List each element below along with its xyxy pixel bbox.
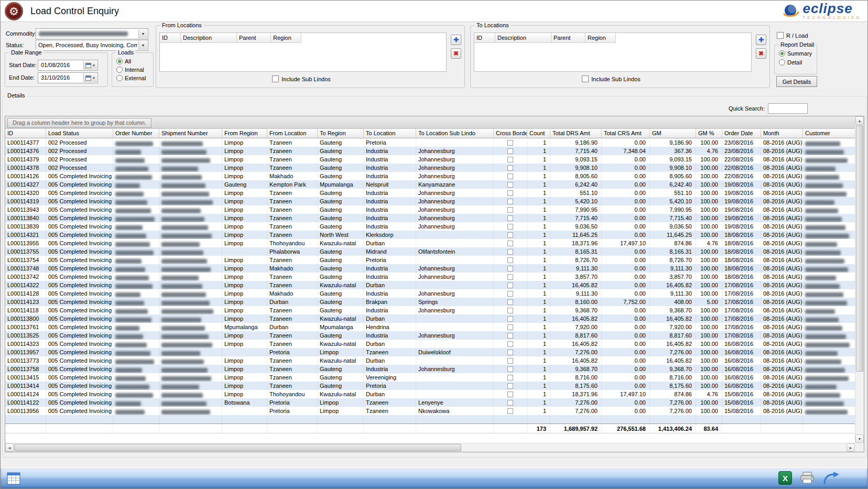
column-header-to-region[interactable]: To Region <box>318 129 364 138</box>
horizontal-scroll-thumb[interactable] <box>14 444 461 451</box>
loads-internal-radio[interactable]: Internal <box>116 67 144 73</box>
column-header-cross-border[interactable]: Cross Border <box>494 129 527 138</box>
column-header-from-region[interactable]: From Region <box>222 129 267 138</box>
column-header-gm[interactable]: GM % <box>696 129 722 138</box>
table-row-L000114124[interactable]: L000114124005 Completed InvoicingLimpopT… <box>5 390 855 398</box>
remove-to-location-button[interactable]: ✖ <box>756 48 766 59</box>
table-row-L000114327[interactable]: L000114327005 Completed InvoicingGauteng… <box>5 180 855 189</box>
cross-border-checkbox[interactable] <box>507 224 513 230</box>
forward-arrow-icon[interactable] <box>822 471 840 485</box>
table-row-L000114377[interactable]: L000114377002 ProcessedLimpopTzaneenGaut… <box>5 138 855 147</box>
cross-border-checkbox[interactable] <box>507 173 513 179</box>
table-row-L000113761[interactable]: L000113761005 Completed InvoicingMpumala… <box>5 323 855 331</box>
excel-export-icon[interactable]: X <box>778 471 792 485</box>
table-row-L000113957[interactable]: L000113957005 Completed InvoicingPretori… <box>5 348 855 356</box>
column-header-to-location-sub-lindo[interactable]: To Location Sub Lindo <box>416 129 494 138</box>
table-row-L000113943[interactable]: L000113943005 Completed InvoicingLimpopT… <box>5 205 855 214</box>
scroll-left-arrow[interactable]: ◄ <box>5 443 14 452</box>
table-row-L000114126[interactable]: L000114126005 Completed InvoicingLimpopM… <box>5 172 855 180</box>
column-header-id[interactable]: ID <box>160 33 181 43</box>
quick-search-input[interactable] <box>768 103 808 114</box>
cross-border-checkbox[interactable] <box>507 291 513 297</box>
column-header-order-date[interactable]: Order Date <box>722 129 761 138</box>
cross-border-checkbox[interactable] <box>507 199 513 204</box>
table-row-L000114118[interactable]: L000114118005 Completed InvoicingLimpopT… <box>5 306 855 314</box>
cross-border-checkbox[interactable] <box>507 282 513 288</box>
column-header-id[interactable]: ID <box>5 129 46 138</box>
table-row-L000114321[interactable]: L000114321005 Completed InvoicingLimpopT… <box>5 231 855 239</box>
end-date-input[interactable]: 31/10/2016 ▼ <box>38 72 98 83</box>
include-sub-lindos-checkbox[interactable]: Include Sub Lindos <box>272 75 331 82</box>
column-header-region[interactable]: Region <box>271 33 301 43</box>
table-row-L000114320[interactable]: L000114320005 Completed InvoicingLimpopT… <box>5 189 855 197</box>
cross-border-checkbox[interactable] <box>507 383 513 389</box>
column-header-region[interactable]: Region <box>585 33 616 43</box>
add-to-location-button[interactable]: ✚ <box>756 35 766 45</box>
summary-radio[interactable]: Summary <box>779 50 812 57</box>
table-row-L000113742[interactable]: L000113742005 Completed InvoicingLimpopT… <box>5 273 855 281</box>
table-row-L000114322[interactable]: L000114322005 Completed InvoicingLimpopT… <box>5 281 855 289</box>
loads-all-radio[interactable]: All <box>116 58 131 64</box>
chevron-down-icon[interactable]: ▼ <box>138 41 147 50</box>
include-sub-lindos-checkbox[interactable]: Include Sub Lindos <box>582 75 641 82</box>
column-header-total-drs-amt[interactable]: Total DRS Amt <box>550 129 602 138</box>
column-header-load-status[interactable]: Load Status <box>46 129 113 138</box>
cross-border-checkbox[interactable] <box>507 157 513 162</box>
horizontal-scrollbar[interactable]: ◄ ► <box>5 443 855 452</box>
column-header-month[interactable]: Month <box>761 129 803 138</box>
column-header-order-number[interactable]: Order Number <box>113 129 159 138</box>
table-row-L000114123[interactable]: L000114123005 Completed InvoicingLimpopD… <box>5 298 855 306</box>
form-grid-icon[interactable] <box>7 472 20 486</box>
cross-border-checkbox[interactable] <box>507 232 513 238</box>
cross-border-checkbox[interactable] <box>507 366 513 372</box>
table-row-L000114323[interactable]: L000114323005 Completed InvoicingLimpopT… <box>5 340 855 348</box>
cross-border-checkbox[interactable] <box>507 182 513 188</box>
cross-border-checkbox[interactable] <box>507 140 513 146</box>
cross-border-checkbox[interactable] <box>507 324 513 330</box>
cross-border-checkbox[interactable] <box>507 341 513 347</box>
table-row-L000113414[interactable]: L000113414005 Completed InvoicingLimpopT… <box>5 382 855 390</box>
column-header-parent[interactable]: Parent <box>551 33 585 43</box>
cross-border-checkbox[interactable] <box>507 316 513 322</box>
table-row-L000114378[interactable]: L000114378002 ProcessedLimpopTzaneenGaut… <box>5 164 855 172</box>
start-date-input[interactable]: 01/08/2016 ▼ <box>38 60 98 71</box>
cross-border-checkbox[interactable] <box>507 148 513 154</box>
scroll-up-arrow[interactable]: ▲ <box>855 116 864 125</box>
remove-from-location-button[interactable]: ✖ <box>451 48 461 59</box>
table-row-L000113839[interactable]: L000113839005 Completed InvoicingLimpopT… <box>5 222 855 231</box>
column-header-gm[interactable]: GM <box>650 129 696 138</box>
scroll-down-arrow[interactable]: ▼ <box>855 434 864 443</box>
cross-border-checkbox[interactable] <box>507 375 513 381</box>
column-header-id[interactable]: ID <box>474 33 495 43</box>
column-header-description[interactable]: Description <box>495 33 551 43</box>
cross-border-checkbox[interactable] <box>507 241 513 246</box>
group-by-bar[interactable]: Drag a column header here to group by th… <box>5 116 855 129</box>
column-header-parent[interactable]: Parent <box>237 33 271 43</box>
cross-border-checkbox[interactable] <box>507 215 513 221</box>
column-header-customer[interactable]: Customer <box>803 129 855 138</box>
vertical-scrollbar[interactable]: ▲ ▼ <box>855 116 864 443</box>
table-row-L000113415[interactable]: L000113415005 Completed InvoicingLimpopT… <box>5 373 855 382</box>
chevron-down-icon[interactable]: ▼ <box>138 29 147 38</box>
cross-border-checkbox[interactable] <box>507 274 513 280</box>
cross-border-checkbox[interactable] <box>507 207 513 213</box>
column-header-shipment-number[interactable]: Shipment Number <box>159 129 222 138</box>
cross-border-checkbox[interactable] <box>507 299 513 305</box>
date-picker-button[interactable]: ▼ <box>83 61 97 70</box>
cross-border-checkbox[interactable] <box>507 308 513 313</box>
cross-border-checkbox[interactable] <box>507 333 513 339</box>
table-row-L000114376[interactable]: L000114376002 ProcessedLimpopTzaneenGaut… <box>5 147 855 155</box>
table-row-L000113525[interactable]: L000113525005 Completed InvoicingLimpopT… <box>5 331 855 340</box>
cross-border-checkbox[interactable] <box>507 392 513 397</box>
from-locations-grid[interactable]: ID Description Parent Region <box>159 32 447 72</box>
cross-border-checkbox[interactable] <box>507 165 513 171</box>
cross-border-checkbox[interactable] <box>507 408 513 414</box>
table-row-L000113955[interactable]: L000113955005 Completed InvoicingLimpopT… <box>5 239 855 247</box>
vertical-scroll-thumb[interactable] <box>856 125 863 372</box>
column-header-total-crs-amt[interactable]: Total CRS Amt <box>602 129 650 138</box>
scroll-right-arrow[interactable]: ► <box>847 443 855 452</box>
table-row-L000113773[interactable]: L000113773005 Completed InvoicingLimpopT… <box>5 356 855 365</box>
cross-border-checkbox[interactable] <box>507 266 513 271</box>
table-row-L000113758[interactable]: L000113758005 Completed InvoicingLimpopT… <box>5 365 855 373</box>
column-header-to-location[interactable]: To Location <box>364 129 416 138</box>
